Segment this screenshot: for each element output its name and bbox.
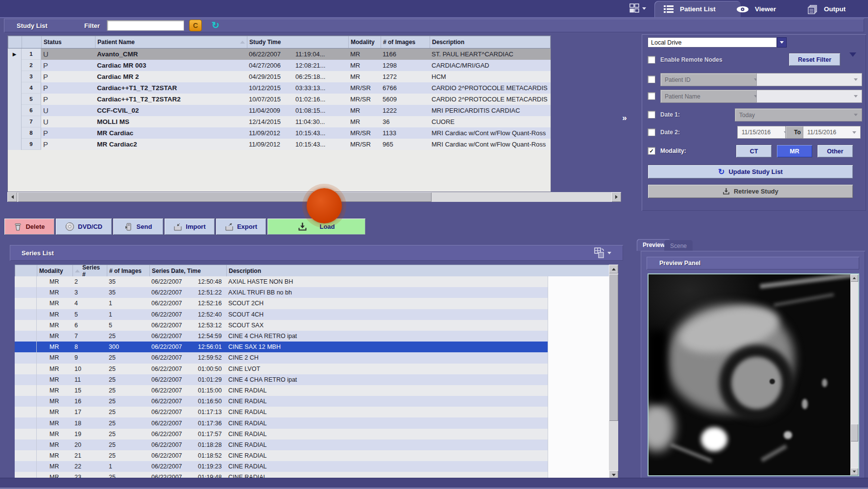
filter-input[interactable] xyxy=(107,20,184,31)
retrieve-study-button[interactable]: Retrieve Study xyxy=(648,184,853,198)
cardiac-mri-preview-image[interactable] xyxy=(649,274,850,475)
table-row[interactable]: MR72506/22/200712:54:59CINE 4 CHA RETRO … xyxy=(15,331,548,342)
table-row[interactable]: MR102506/22/200701:00:50CINE LVOT xyxy=(15,364,548,374)
tab-scene[interactable]: Scene xyxy=(664,240,693,252)
update-study-list-button[interactable]: ↻ Update Study List xyxy=(648,165,853,179)
table-row[interactable]: MR202506/22/200701:18:28CINE RADIAL xyxy=(15,440,548,450)
table-row[interactable]: MR33506/22/200712:51:22AXIAL TRUFI BB no… xyxy=(15,287,548,298)
scroll-down-button[interactable] xyxy=(850,468,858,475)
header-modality[interactable]: Modality xyxy=(349,36,381,48)
date1-select[interactable]: Today xyxy=(735,108,862,122)
patient-name-select[interactable]: Patient Name xyxy=(660,90,762,103)
cell-images: 1133 xyxy=(381,127,430,139)
series-layout-button[interactable] xyxy=(594,247,611,259)
table-row[interactable]: 5PCardiac++T1_T2_T2STAR210/07/201501:02:… xyxy=(8,94,551,105)
table-row[interactable]: MR22106/22/200701:19:23CINE RADIAL xyxy=(15,461,548,472)
archive-source-select[interactable]: Local Drive xyxy=(648,37,777,48)
table-row[interactable]: 8PMR Cardiac11/09/201210:15:43...MR/SR11… xyxy=(8,127,551,139)
table-row[interactable]: MR92506/22/200712:59:52CINE 2 CH xyxy=(15,352,548,363)
table-row[interactable]: MR5106/22/200712:52:40SCOUT 4CH xyxy=(15,309,548,320)
archive-source-dropdown-button[interactable] xyxy=(777,37,787,48)
header-description[interactable]: Description xyxy=(227,265,609,277)
preview-vscrollbar[interactable] xyxy=(850,274,858,475)
filter-refresh-icon[interactable]: C xyxy=(189,20,202,31)
table-row[interactable]: 9PMR Cardiac211/09/201210:15:43...MR/SR9… xyxy=(8,139,551,150)
chevron-down-icon xyxy=(852,131,856,134)
cell-date: 10/12/2015 xyxy=(247,82,293,94)
header-study-time[interactable]: Study Time xyxy=(247,36,349,48)
series-vscrollbar[interactable] xyxy=(609,265,618,479)
header-series-num[interactable]: Series # xyxy=(73,265,107,277)
table-row[interactable]: MR4106/22/200712:52:16SCOUT 2CH xyxy=(15,298,548,309)
cell-date: 06/22/2007 xyxy=(149,298,196,309)
scroll-up-button[interactable] xyxy=(850,274,858,282)
panel-expander-button[interactable]: » xyxy=(618,112,631,124)
header-description[interactable]: Description xyxy=(430,36,550,48)
scroll-left-button[interactable] xyxy=(7,192,17,202)
date2-to-select[interactable]: 11/15/2016 xyxy=(803,126,861,139)
table-row[interactable]: 3PCardiac MR 204/29/201506:25:18...MR127… xyxy=(8,71,551,82)
table-row[interactable]: MR212506/22/200701:18:52CINE RADIAL xyxy=(15,450,548,461)
cell-num: 7 xyxy=(22,116,41,127)
table-row[interactable]: 2PCardiac MR 00304/27/200612:08:21...MR1… xyxy=(8,60,551,71)
patient-id-select[interactable]: Patient ID xyxy=(660,73,762,86)
patient-id-checkbox[interactable] xyxy=(648,75,655,83)
scroll-right-button[interactable] xyxy=(611,192,621,202)
patient-id-value-select[interactable] xyxy=(756,73,862,86)
table-row[interactable]: 4PCardiac++T1_T2_T2STAR10/12/201503:33:1… xyxy=(8,82,551,94)
header-patient-name[interactable]: Patient Name xyxy=(96,36,247,48)
patient-name-value-select[interactable] xyxy=(756,90,862,103)
table-row[interactable]: MR112506/22/200701:01:29CINE 4 CHA RETRO… xyxy=(15,374,548,385)
table-row[interactable]: 7UMOLLI MS12/14/201511:04:30...MR36CUORE xyxy=(8,116,551,127)
table-row[interactable]: ▶1UAvanto_CMR06/22/200711:19:04...MR1166… xyxy=(8,49,551,60)
scroll-up-button[interactable] xyxy=(609,265,618,273)
modality-other-button[interactable]: Other xyxy=(817,145,853,158)
refresh-icon[interactable]: ↻ xyxy=(210,20,221,30)
app-menu-button[interactable] xyxy=(629,3,646,14)
reset-filter-button[interactable]: Reset Filter xyxy=(789,53,841,66)
delete-button[interactable]: Delete xyxy=(4,218,55,235)
filter-more-dropdown[interactable] xyxy=(849,57,856,66)
modality-ct-button[interactable]: CT xyxy=(736,145,772,158)
mri-streak xyxy=(760,444,787,462)
tab-output[interactable]: Output xyxy=(798,1,854,17)
cell-marker xyxy=(8,94,22,105)
header-modality[interactable]: Modality xyxy=(37,265,73,277)
tab-viewer[interactable]: Viewer xyxy=(727,1,785,17)
hscroll-thumb[interactable] xyxy=(18,192,432,202)
header-status[interactable]: Status xyxy=(42,36,96,48)
vscroll-thumb[interactable] xyxy=(850,424,858,441)
table-row[interactable]: MR6506/22/200712:53:12SCOUT SAX xyxy=(15,320,548,331)
cell-images: 35 xyxy=(107,276,149,287)
import-button[interactable]: Import xyxy=(164,218,215,235)
table-row[interactable]: 6UCCF-CVIL_0211/04/200901:08:15...MR1222… xyxy=(8,105,551,116)
header-date-time[interactable]: Series Date, Time xyxy=(150,265,227,277)
export-button[interactable]: Export xyxy=(216,218,266,235)
table-row[interactable]: MR182506/22/200701:17:36CINE RADIAL xyxy=(15,417,548,428)
date2-checkbox[interactable] xyxy=(648,128,655,136)
table-row[interactable]: MR830006/22/200712:56:01CINE SAX 12 MBH xyxy=(15,342,548,352)
table-row[interactable]: MR152506/22/200701:15:00CINE RADIAL xyxy=(15,385,548,396)
header-num-images[interactable]: # of Images xyxy=(107,265,150,277)
modality-mr-button[interactable]: MR xyxy=(776,145,813,158)
patient-name-checkbox[interactable] xyxy=(648,92,655,100)
table-row[interactable]: MR172506/22/200701:17:13CINE RADIAL xyxy=(15,407,548,417)
date2-from-select[interactable]: 11/15/2016 xyxy=(737,126,792,139)
tab-scene-label: Scene xyxy=(670,243,687,249)
date1-checkbox[interactable] xyxy=(648,111,655,119)
cell-@none xyxy=(15,364,37,374)
modality-checkbox[interactable]: ✓ xyxy=(648,147,655,155)
enable-remote-nodes-checkbox[interactable] xyxy=(648,56,655,64)
table-row[interactable]: MR162506/22/200701:16:50CINE RADIAL xyxy=(15,396,548,407)
vscroll-thumb[interactable] xyxy=(609,274,618,421)
send-button[interactable]: Send xyxy=(113,218,164,235)
table-row[interactable]: MR192506/22/200701:17:57CINE RADIAL xyxy=(15,429,548,440)
cell-date: 10/07/2015 xyxy=(247,94,293,105)
cell-images: 6766 xyxy=(381,82,430,94)
dvd-cd-button[interactable]: DVD/CD xyxy=(55,218,112,235)
cell-description: CINE RADIAL xyxy=(226,396,548,407)
cell-@none xyxy=(15,309,37,320)
study-list-toolbar: Study List Filter C ↻ xyxy=(4,19,864,32)
header-num-images[interactable]: # of Images xyxy=(381,36,430,48)
table-row[interactable]: MR23506/22/200712:50:48AXIAL HASTE NON B… xyxy=(15,276,548,287)
